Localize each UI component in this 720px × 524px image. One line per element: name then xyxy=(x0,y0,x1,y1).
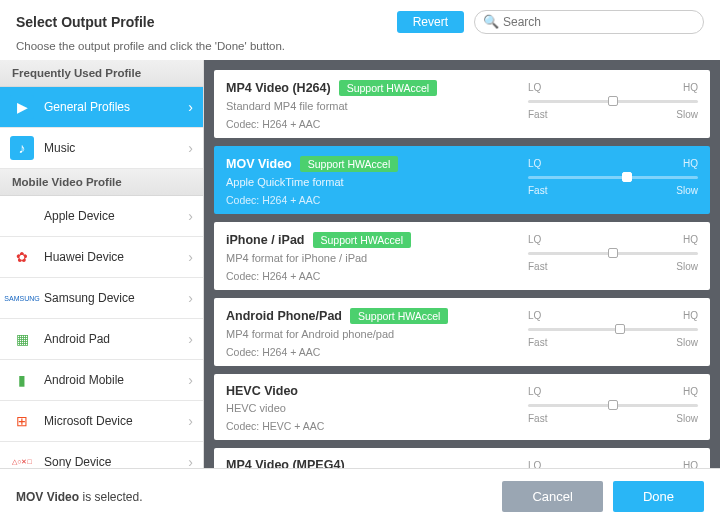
chevron-right-icon: › xyxy=(188,331,193,347)
hwaccel-badge: Support HWAccel xyxy=(339,80,437,96)
sidebar-item-android-mobile[interactable]: ▮Android Mobile› xyxy=(0,360,203,401)
profile-name: iPhone / iPad xyxy=(226,233,305,247)
sidebar-item-label: Apple Device xyxy=(44,209,188,223)
sidebar-item-label: General Profiles xyxy=(44,100,188,114)
quality-slider[interactable] xyxy=(528,323,698,335)
hwaccel-badge: Support HWAccel xyxy=(300,156,398,172)
slow-label: Slow xyxy=(676,413,698,424)
slider-thumb[interactable] xyxy=(608,248,618,258)
sidebar-item-label: Microsoft Device xyxy=(44,414,188,428)
sidebar-item-sony-device[interactable]: △○✕□Sony Device› xyxy=(0,442,203,468)
hq-label: HQ xyxy=(683,158,698,169)
slow-label: Slow xyxy=(676,109,698,120)
lq-label: LQ xyxy=(528,386,541,397)
hwaccel-badge: Support HWAccel xyxy=(313,232,411,248)
lq-label: LQ xyxy=(528,158,541,169)
hq-label: HQ xyxy=(683,82,698,93)
quality-slider[interactable] xyxy=(528,399,698,411)
dialog-header: Select Output Profile Revert 🔍 Choose th… xyxy=(0,0,720,60)
sidebar-item-apple-device[interactable]: Apple Device› xyxy=(0,196,203,237)
sidebar-item-label: Music xyxy=(44,141,188,155)
footer-status: MOV Video is selected. xyxy=(16,490,143,504)
sidebar-item-label: Android Pad xyxy=(44,332,188,346)
profile-name: Android Phone/Pad xyxy=(226,309,342,323)
fast-label: Fast xyxy=(528,337,547,348)
quality-slider[interactable] xyxy=(528,247,698,259)
sidebar-item-music[interactable]: ♪Music› xyxy=(0,128,203,169)
profile-codec: Codec: H264 + AAC xyxy=(226,270,508,282)
revert-button[interactable]: Revert xyxy=(397,11,464,33)
done-button[interactable]: Done xyxy=(613,481,704,512)
profile-mov-video[interactable]: MOV VideoSupport HWAccelApple QuickTime … xyxy=(214,146,710,214)
profile-desc: Standard MP4 file format xyxy=(226,100,508,112)
sidebar-item-icon: ♪ xyxy=(10,136,34,160)
chevron-right-icon: › xyxy=(188,99,193,115)
sidebar-item-samsung-device[interactable]: SAMSUNGSamsung Device› xyxy=(0,278,203,319)
chevron-right-icon: › xyxy=(188,454,193,468)
selected-suffix: is selected. xyxy=(79,490,142,504)
sidebar-item-icon: ▮ xyxy=(10,368,34,392)
slider-thumb[interactable] xyxy=(608,400,618,410)
fast-label: Fast xyxy=(528,261,547,272)
section-header: Frequently Used Profile xyxy=(0,60,203,87)
search-wrap: 🔍 xyxy=(474,10,704,34)
lq-label: LQ xyxy=(528,234,541,245)
chevron-right-icon: › xyxy=(188,140,193,156)
sidebar-item-label: Samsung Device xyxy=(44,291,188,305)
sidebar-item-huawei-device[interactable]: ✿Huawei Device› xyxy=(0,237,203,278)
dialog-title: Select Output Profile xyxy=(16,14,154,30)
sidebar-item-icon: ▦ xyxy=(10,327,34,351)
profile-desc: HEVC video xyxy=(226,402,508,414)
slider-thumb[interactable] xyxy=(608,96,618,106)
hwaccel-badge: Support HWAccel xyxy=(350,308,448,324)
fast-label: Fast xyxy=(528,109,547,120)
slider-thumb[interactable] xyxy=(622,172,632,182)
sidebar: Frequently Used Profile▶General Profiles… xyxy=(0,60,204,468)
profile-android-phone-pad[interactable]: Android Phone/PadSupport HWAccelMP4 form… xyxy=(214,298,710,366)
dialog-footer: MOV Video is selected. Cancel Done xyxy=(0,468,720,524)
sidebar-item-icon: △○✕□ xyxy=(10,450,34,468)
chevron-right-icon: › xyxy=(188,372,193,388)
profile-codec: Codec: H264 + AAC xyxy=(226,118,508,130)
selected-name: MOV Video xyxy=(16,490,79,504)
quality-slider[interactable] xyxy=(528,95,698,107)
chevron-right-icon: › xyxy=(188,208,193,224)
search-icon: 🔍 xyxy=(483,14,499,29)
hq-label: HQ xyxy=(683,234,698,245)
sidebar-item-android-pad[interactable]: ▦Android Pad› xyxy=(0,319,203,360)
profile-name: MP4 Video (MPEG4) xyxy=(226,458,345,468)
sidebar-item-microsoft-device[interactable]: ⊞Microsoft Device› xyxy=(0,401,203,442)
dialog-subtitle: Choose the output profile and click the … xyxy=(16,40,704,52)
profile-mp4-video-h264-[interactable]: MP4 Video (H264)Support HWAccelStandard … xyxy=(214,70,710,138)
search-input[interactable] xyxy=(474,10,704,34)
sidebar-item-general-profiles[interactable]: ▶General Profiles› xyxy=(0,87,203,128)
profile-desc: MP4 format for iPhone / iPad xyxy=(226,252,508,264)
profile-hevc-video[interactable]: HEVC VideoHEVC videoCodec: HEVC + AACLQH… xyxy=(214,374,710,440)
chevron-right-icon: › xyxy=(188,249,193,265)
hq-label: HQ xyxy=(683,460,698,468)
lq-label: LQ xyxy=(528,310,541,321)
sidebar-item-icon: SAMSUNG xyxy=(10,286,34,310)
dialog-body: Frequently Used Profile▶General Profiles… xyxy=(0,60,720,468)
section-header: Mobile Video Profile xyxy=(0,169,203,196)
profile-iphone-ipad[interactable]: iPhone / iPadSupport HWAccelMP4 format f… xyxy=(214,222,710,290)
sidebar-item-label: Android Mobile xyxy=(44,373,188,387)
profile-mp4-video-mpeg4-[interactable]: MP4 Video (MPEG4)MP4 formatLQHQFastSlow xyxy=(214,448,710,468)
hq-label: HQ xyxy=(683,310,698,321)
sidebar-item-icon: ▶ xyxy=(10,95,34,119)
slow-label: Slow xyxy=(676,337,698,348)
slow-label: Slow xyxy=(676,261,698,272)
sidebar-item-label: Sony Device xyxy=(44,455,188,468)
profile-codec: Codec: H264 + AAC xyxy=(226,346,508,358)
quality-slider[interactable] xyxy=(528,171,698,183)
profile-codec: Codec: H264 + AAC xyxy=(226,194,508,206)
sidebar-item-icon xyxy=(10,204,34,228)
chevron-right-icon: › xyxy=(188,413,193,429)
cancel-button[interactable]: Cancel xyxy=(502,481,602,512)
fast-label: Fast xyxy=(528,413,547,424)
profile-name: MOV Video xyxy=(226,157,292,171)
fast-label: Fast xyxy=(528,185,547,196)
chevron-right-icon: › xyxy=(188,290,193,306)
slider-thumb[interactable] xyxy=(615,324,625,334)
sidebar-item-icon: ✿ xyxy=(10,245,34,269)
